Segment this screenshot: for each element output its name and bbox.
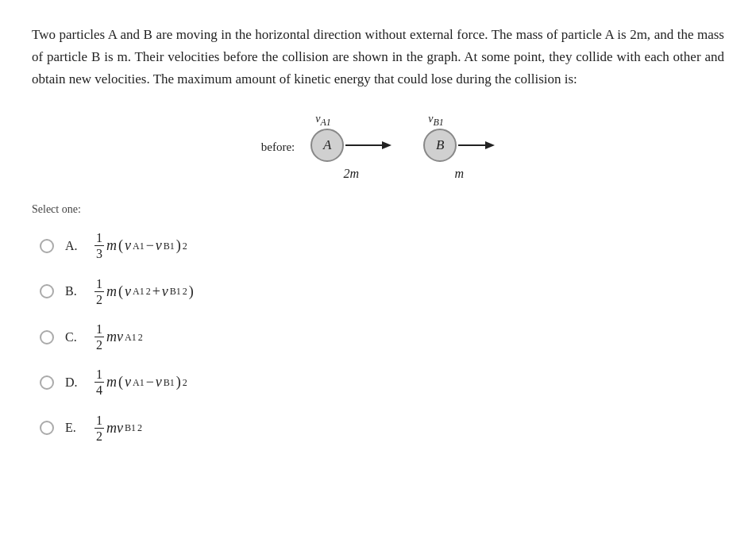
arrow-a: [345, 138, 392, 152]
particle-a-row: A: [310, 129, 392, 162]
option-e: E. 12 mvB12: [40, 413, 724, 444]
select-one-label: Select one:: [32, 203, 724, 216]
option-c: C. 12 mvA12: [40, 321, 724, 352]
radio-e[interactable]: [40, 421, 54, 435]
option-d: D. 14 m(vA1 − vB1)2: [40, 367, 724, 398]
particle-b-group: vB1 B m: [423, 113, 495, 181]
option-a: A. 13 m(vA1 − vB1)2: [40, 230, 724, 261]
particle-b-row: B: [423, 129, 495, 162]
option-e-letter: E.: [65, 421, 83, 435]
radio-a[interactable]: [40, 239, 54, 253]
diagram: before: vA1 A 2m vB1: [32, 113, 724, 181]
radio-d[interactable]: [40, 375, 54, 390]
radio-b[interactable]: [40, 284, 54, 298]
before-label: before:: [261, 140, 295, 154]
formula-c: 12 mvA12: [94, 321, 143, 352]
option-b: B. 12 m(vA12 + vB12): [40, 276, 724, 307]
formula-b: 12 m(vA12 + vB12): [94, 276, 194, 307]
formula-a: 13 m(vA1 − vB1)2: [94, 230, 187, 261]
particle-a-circle: A: [310, 129, 344, 162]
formula-d: 14 m(vA1 − vB1)2: [94, 367, 187, 398]
option-a-letter: A.: [65, 239, 83, 253]
vb1-label: vB1: [428, 113, 444, 125]
mass-b-label: m: [454, 167, 464, 181]
options-list: A. 13 m(vA1 − vB1)2 B. 12 m(vA12 + vB12)…: [32, 230, 724, 444]
arrow-b: [458, 138, 495, 152]
option-d-letter: D.: [65, 375, 83, 390]
svg-marker-3: [485, 141, 495, 149]
particle-a-group: vA1 A 2m: [310, 113, 392, 181]
mass-a-label: 2m: [343, 167, 359, 181]
va1-label: vA1: [315, 113, 331, 125]
radio-c[interactable]: [40, 330, 54, 344]
particle-b-circle: B: [423, 129, 457, 162]
problem-text: Two particles A and B are moving in the …: [32, 24, 724, 90]
formula-e: 12 mvB12: [94, 413, 142, 444]
option-c-letter: C.: [65, 330, 83, 344]
option-b-letter: B.: [65, 284, 83, 298]
svg-marker-1: [382, 141, 392, 149]
